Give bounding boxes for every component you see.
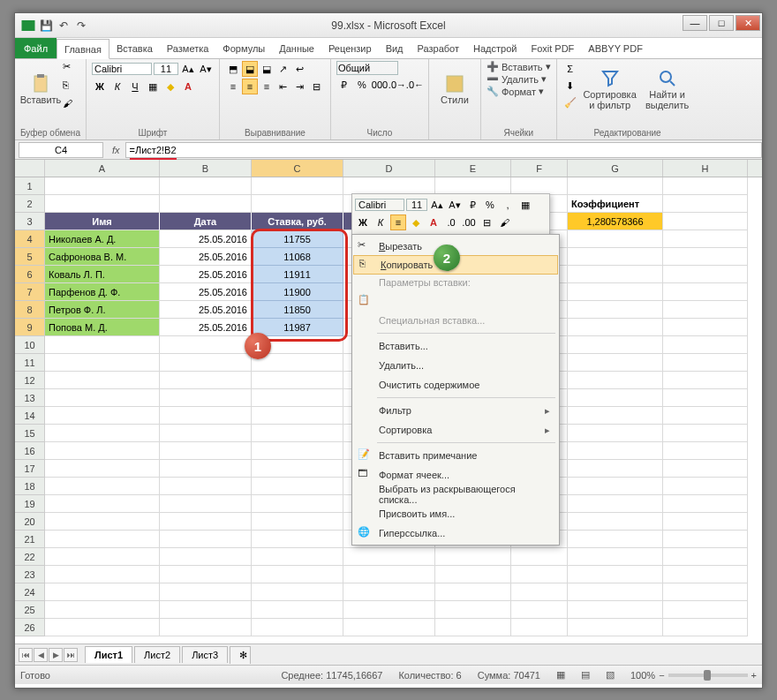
cell-B6[interactable]: 25.05.2016 xyxy=(160,266,252,283)
cell-C4[interactable]: 11755 xyxy=(252,230,343,248)
col-header-G[interactable]: G xyxy=(568,160,663,177)
cell-H12[interactable] xyxy=(663,372,748,389)
row-header-9[interactable]: 9 xyxy=(15,319,45,336)
cell-H4[interactable] xyxy=(663,230,748,248)
row-header-26[interactable]: 26 xyxy=(15,619,45,636)
worksheet-grid[interactable]: A B C D E F G H 12Коэффициент3ИмяДатаСта… xyxy=(15,160,762,644)
cell-H25[interactable] xyxy=(663,601,748,619)
cell-G14[interactable] xyxy=(568,407,663,425)
cell-G6[interactable] xyxy=(568,266,663,283)
cell-A21[interactable] xyxy=(45,531,160,548)
row-header-1[interactable]: 1 xyxy=(15,177,45,195)
mini-align-center-icon[interactable]: ≡ xyxy=(390,215,406,230)
cell-H19[interactable] xyxy=(663,495,748,513)
tab-insert[interactable]: Вставка xyxy=(109,38,160,58)
clear-icon[interactable]: 🧹 xyxy=(562,94,578,110)
sheet-tab-1[interactable]: Лист1 xyxy=(85,646,132,663)
cut-icon[interactable]: ✂ xyxy=(63,61,79,77)
decrease-font-icon[interactable]: A▾ xyxy=(198,61,214,77)
cell-H5[interactable] xyxy=(663,248,748,266)
align-bottom-icon[interactable]: ⬓ xyxy=(259,61,275,77)
row-header-16[interactable]: 16 xyxy=(15,442,45,460)
cell-H14[interactable] xyxy=(663,407,748,425)
cell-C6[interactable]: 11911 xyxy=(252,266,343,283)
mini-border-icon[interactable]: ▦ xyxy=(517,197,533,213)
merge-icon[interactable]: ⊟ xyxy=(309,79,325,94)
row-header-13[interactable]: 13 xyxy=(15,389,45,407)
undo-icon[interactable]: ↶ xyxy=(56,18,72,34)
cell-A19[interactable] xyxy=(45,495,160,513)
cell-A14[interactable] xyxy=(45,407,160,425)
cell-H7[interactable] xyxy=(663,283,748,301)
align-top-icon[interactable]: ⬒ xyxy=(225,61,241,77)
col-header-D[interactable]: D xyxy=(343,160,435,177)
cell-H13[interactable] xyxy=(663,389,748,407)
cell-H9[interactable] xyxy=(663,319,748,336)
cell-G10[interactable] xyxy=(568,336,663,354)
cell-B7[interactable]: 25.05.2016 xyxy=(160,283,252,301)
cell-C24[interactable] xyxy=(252,583,343,601)
mini-percent-icon[interactable]: % xyxy=(482,197,498,213)
ctx-insert[interactable]: Вставить... xyxy=(352,336,559,356)
cell-B13[interactable] xyxy=(160,389,252,407)
cell-C14[interactable] xyxy=(252,407,343,425)
zoom-control[interactable]: 100% − + xyxy=(630,670,757,681)
mini-comma-icon[interactable]: , xyxy=(500,197,516,213)
cell-B10[interactable] xyxy=(160,336,252,354)
cell-H10[interactable] xyxy=(663,336,748,354)
cell-A16[interactable] xyxy=(45,442,160,460)
minimize-button[interactable]: — xyxy=(683,15,707,31)
mini-inc-decimal-icon[interactable]: .00 xyxy=(461,215,477,230)
cell-E24[interactable] xyxy=(435,583,511,601)
cell-H1[interactable] xyxy=(663,177,748,195)
mini-grow-font-icon[interactable]: A▴ xyxy=(429,197,445,213)
cell-B12[interactable] xyxy=(160,372,252,389)
cell-B2[interactable] xyxy=(160,195,252,213)
row-header-25[interactable]: 25 xyxy=(15,601,45,619)
cell-G24[interactable] xyxy=(568,583,663,601)
sort-filter-button[interactable]: Сортировка и фильтр xyxy=(582,61,638,117)
tab-file[interactable]: Файл xyxy=(15,38,57,58)
tab-data[interactable]: Данные xyxy=(272,38,321,58)
cell-F1[interactable] xyxy=(511,177,568,195)
row-header-4[interactable]: 4 xyxy=(15,230,45,248)
italic-button[interactable]: К xyxy=(109,79,125,94)
increase-decimal-icon[interactable]: .0→ xyxy=(389,77,405,93)
cell-B16[interactable] xyxy=(160,442,252,460)
cell-G23[interactable] xyxy=(568,566,663,583)
cell-G12[interactable] xyxy=(568,372,663,389)
underline-button[interactable]: Ч xyxy=(127,79,143,94)
cell-A3[interactable]: Имя xyxy=(45,213,160,230)
ctx-clear[interactable]: Очистить содержимое xyxy=(352,375,559,395)
cell-C17[interactable] xyxy=(252,460,343,478)
col-header-E[interactable]: E xyxy=(435,160,511,177)
row-header-2[interactable]: 2 xyxy=(15,195,45,213)
cell-G15[interactable] xyxy=(568,425,663,442)
cell-B8[interactable]: 25.05.2016 xyxy=(160,301,252,319)
cell-G16[interactable] xyxy=(568,442,663,460)
cell-D1[interactable] xyxy=(343,177,435,195)
cell-F22[interactable] xyxy=(511,548,568,566)
sheet-tab-3[interactable]: Лист3 xyxy=(182,646,228,663)
cell-B15[interactable] xyxy=(160,425,252,442)
cell-A11[interactable] xyxy=(45,354,160,372)
tab-foxit[interactable]: Foxit PDF xyxy=(524,38,581,58)
decrease-indent-icon[interactable]: ⇤ xyxy=(275,79,291,94)
name-box[interactable]: C4 xyxy=(19,142,103,158)
number-format-select[interactable]: Общий xyxy=(336,61,398,75)
view-preview-icon[interactable]: ▧ xyxy=(606,669,615,681)
cell-B26[interactable] xyxy=(160,619,252,636)
mini-font-color-icon[interactable]: A xyxy=(426,215,441,230)
cell-G5[interactable] xyxy=(568,248,663,266)
wrap-text-icon[interactable]: ↩ xyxy=(292,61,308,77)
tab-developer[interactable]: Разработ xyxy=(411,38,466,58)
mini-shrink-font-icon[interactable]: A▾ xyxy=(447,197,463,213)
fill-color-icon[interactable]: ◆ xyxy=(162,79,178,94)
cell-G17[interactable] xyxy=(568,460,663,478)
cell-H18[interactable] xyxy=(663,478,748,495)
cell-D24[interactable] xyxy=(343,583,435,601)
cell-A20[interactable] xyxy=(45,513,160,531)
cell-A6[interactable]: Коваль Л. П. xyxy=(45,266,160,283)
mini-merge-icon[interactable]: ⊟ xyxy=(479,215,494,230)
ctx-delete[interactable]: Удалить... xyxy=(352,356,559,375)
